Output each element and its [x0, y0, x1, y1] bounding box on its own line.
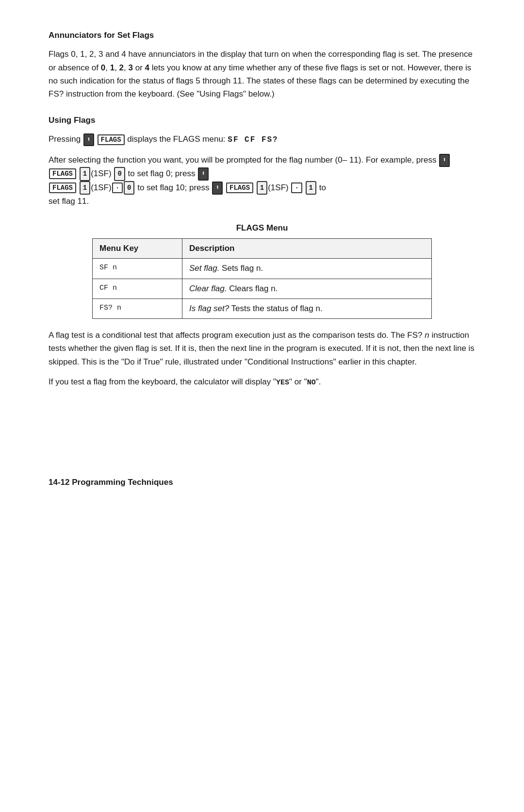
flags-key-3: FLAGS	[49, 182, 76, 193]
menu-key-sf: SF n	[93, 259, 182, 279]
table-header-row: Menu Key Description	[93, 238, 432, 258]
displays-text: displays the FLAGS menu:	[127, 134, 228, 144]
bold-1: 1	[110, 63, 115, 72]
flags-table-title: FLAGS Menu	[92, 222, 432, 234]
bold-0: 0	[101, 63, 105, 72]
key-1d: 1	[306, 181, 316, 195]
desc-sf-italic: Set flag.	[189, 264, 219, 273]
desc-cf-italic: Clear flag.	[189, 284, 227, 293]
desc-cf-rest: Clears flag n.	[227, 284, 278, 293]
table-row: FS? n Is flag set? Tests the status of f…	[93, 298, 432, 318]
desc-fs: Is flag set? Tests the status of flag n.	[182, 298, 431, 318]
key-0b: 0	[124, 181, 134, 195]
footer-area: 14-12 Programming Techniques	[49, 476, 475, 489]
shift-key-4: ⬆	[212, 182, 223, 195]
yes-display: YES	[276, 379, 289, 387]
menu-key-cf: CF n	[93, 279, 182, 298]
key-1b: 1	[80, 181, 90, 195]
keyboard-test-paragraph: If you test a flag from the keyboard, th…	[49, 375, 475, 389]
n-italic-1: n	[425, 331, 429, 340]
table-row: CF n Clear flag. Clears flag n.	[93, 279, 432, 298]
key-1c: 1	[257, 181, 267, 195]
after-selecting-paragraph: After selecting the function you want, y…	[49, 153, 475, 208]
flags-table-container: FLAGS Menu Menu Key Description SF n Set…	[92, 222, 432, 319]
flags-key-4: FLAGS	[226, 182, 253, 193]
annunciators-section: Annunciators for Set Flags Flags 0, 1, 2…	[49, 29, 475, 100]
bold-2: 2	[119, 63, 124, 72]
bold-4: 4	[145, 63, 149, 72]
shift-key-3: ⬆	[198, 167, 209, 181]
dot-key-2: ·	[291, 182, 302, 193]
footer-text: 14-12 Programming Techniques	[49, 476, 475, 489]
bold-3: 3	[129, 63, 133, 72]
shift-key: ⬆	[83, 133, 94, 147]
after-table-section: A flag test is a conditional test that a…	[49, 329, 475, 389]
col-header-menu-key: Menu Key	[93, 238, 182, 258]
menu-key-fs: FS? n	[93, 298, 182, 318]
desc-sf: Set flag. Sets flag n.	[182, 259, 431, 279]
key-0a: 0	[114, 167, 125, 181]
flags-table: Menu Key Description SF n Set flag. Sets…	[92, 238, 432, 319]
desc-fs-rest: Tests the status of flag n.	[229, 304, 322, 313]
desc-fs-italic: Is flag set?	[189, 304, 229, 313]
annunciators-paragraph: Flags 0, 1, 2, 3 and 4 have annunciators…	[49, 48, 475, 100]
flags-menu-display: SF CF FS?	[228, 135, 278, 144]
to-set-flag10: to set flag 10; press	[137, 183, 212, 192]
no-display: NO	[307, 379, 316, 387]
using-flags-heading: Using Flags	[49, 114, 475, 127]
key-1a: 1	[80, 167, 90, 181]
col-header-description: Description	[182, 238, 431, 258]
to-set-flag0: to set flag 0; press	[128, 169, 198, 178]
table-row: SF n Set flag. Sets flag n.	[93, 259, 432, 279]
shift-key-2: ⬆	[439, 154, 450, 167]
flags-key: FLAGS	[98, 134, 125, 145]
set-flag-11: set flag 11.	[49, 197, 89, 206]
dot-key-1: ·	[112, 182, 123, 193]
desc-cf: Clear flag. Clears flag n.	[182, 279, 431, 298]
annunciators-heading: Annunciators for Set Flags	[49, 29, 475, 42]
using-flags-section: Using Flags Pressing ⬆ FLAGS displays th…	[49, 114, 475, 208]
pressing-line: Pressing ⬆ FLAGS displays the FLAGS menu…	[49, 133, 475, 147]
desc-sf-rest: Sets flag n.	[219, 264, 263, 273]
pressing-text: Pressing	[49, 134, 83, 144]
to-text: to	[319, 183, 326, 192]
flags-key-2: FLAGS	[49, 168, 76, 179]
flag-test-paragraph: A flag test is a conditional test that a…	[49, 329, 475, 368]
